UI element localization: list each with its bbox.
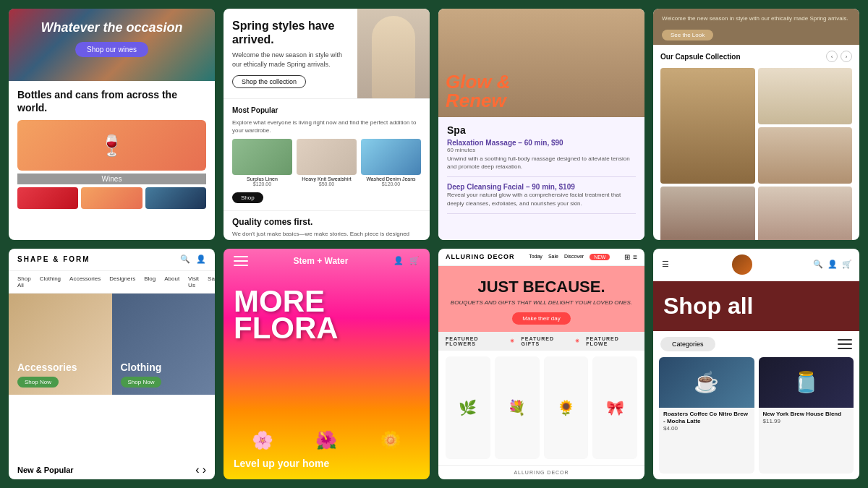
cart-icon[interactable]: 🛒 [842,260,852,270]
grid-view-icon[interactable]: ⊞ [624,253,630,261]
list-view-icon[interactable]: ≡ [633,253,637,261]
wines-row [17,187,206,209]
filter-line-1 [838,339,852,341]
menu-line-3 [234,265,248,266]
product-image-1 [232,139,292,175]
ad-header: ALLURING DECOR Today Sale Discover NEW ⊞… [438,249,644,266]
photos-grid [660,68,852,184]
filter-icon[interactable] [838,339,852,349]
make-day-button[interactable]: Make their day [512,312,570,325]
nav-accessories[interactable]: Accessories [69,275,101,288]
np-arrows: ‹ › [195,463,206,476]
capsule-photo-1 [660,68,755,184]
service-facial-name: Deep Cleansing Facial – 90 min, $109 [447,183,636,191]
service-massage-name: Relaxation Massage – 60 min, $90 [447,139,636,147]
search-icon[interactable]: 🔍 [180,254,190,265]
flower-item-1: 🌿 [446,356,490,460]
spa-model-top: Glow &Renew [438,9,644,117]
shop-button[interactable]: Shop [232,192,263,203]
sw-cart-icon[interactable]: 🛒 [409,256,420,266]
quality-text: We don't just make basics—we make storie… [232,230,421,240]
filter-line-2 [838,343,852,345]
sh-icons-right: 🔍 👤 🛒 [813,260,852,270]
level-up-text: Level up your home [224,458,430,479]
menu-icon[interactable] [234,256,248,266]
menu-hamburger-icon[interactable]: ☰ [660,260,671,270]
user-icon[interactable]: 👤 [827,260,838,270]
featured-flowers-label: FEATURED FLOWERS [446,336,504,346]
wine-hero-section: Whatever the occasion Shop our wines [9,9,215,81]
sw-logo: Stem + Water [294,256,349,266]
product-name-1: Surplus Linen [247,176,278,181]
welcome-text: Welcome the new season in style with our… [662,14,851,22]
flora-title: MORE FLORA [234,288,420,343]
arrow-right[interactable]: › [841,51,852,62]
nyb-card[interactable]: 🫙 New York Brew House Blend $11.99 [759,357,854,474]
stem-water-card: Stem + Water 👤 🛒 MORE FLORA 🌸 🌺 🌼 Level … [224,249,430,480]
search-icon[interactable]: 🔍 [813,260,823,270]
product-image-3 [361,139,421,175]
quality-section: Quality comes first. We don't just make … [224,210,430,240]
quality-title: Quality comes first. [232,217,421,227]
wine-bottles-section: Bottles and cans from across the world. … [9,81,215,240]
flower-item-4: 🎀 [592,356,637,460]
bottom-photos [660,187,852,239]
wine-mini-2 [81,187,142,209]
user-icon[interactable]: 👤 [196,254,206,265]
flower-3: 🌼 [380,430,401,450]
nitro-brew-name: Roasters Coffee Co Nitro Brew - Mocha La… [663,411,750,426]
capsule-photo-4 [660,187,755,239]
featured-gifts-label: FEATURED GIFTS [521,336,569,346]
service-massage: Relaxation Massage – 60 min, $90 60 minu… [447,139,636,177]
clothing-panel[interactable]: Clothing Shop Now [112,294,216,395]
shop-collection-button[interactable]: Shop the collection [232,75,306,88]
nav-clothing[interactable]: Clothing [40,275,61,288]
flower-2: 🌺 [315,430,337,450]
arrow-left[interactable]: ‹ [826,51,838,62]
nitro-brew-price: $4.00 [663,425,750,432]
clothing-shop-button[interactable]: Shop Now [121,377,162,388]
nav-sale[interactable]: Sale [208,275,215,288]
nav-visit[interactable]: Visit Us [188,275,199,288]
accessories-panel[interactable]: Accessories Shop Now [9,294,112,395]
product-price-3: $120.00 [382,181,400,187]
menu-line-1 [234,256,248,257]
accessories-shop-button[interactable]: Shop Now [17,377,59,388]
service-facial: Deep Cleansing Facial – 90 min, $109 Rev… [447,183,636,213]
nitro-brew-card[interactable]: ☕ Roasters Coffee Co Nitro Brew - Mocha … [659,357,754,474]
product-price-2: $50.00 [319,181,334,187]
nav-designers[interactable]: Designers [109,275,135,288]
shop-all-title: Shop all [663,293,849,320]
np-arrow-left[interactable]: ‹ [195,463,199,476]
service-facial-desc: Reveal your natural glow with a comprehe… [447,191,636,207]
flower-1: 🌸 [252,430,273,450]
nav-blog[interactable]: Blog [144,275,156,288]
see-look-button[interactable]: See the Look [662,30,713,40]
nav-sale[interactable]: Sale [548,254,558,260]
np-arrow-right[interactable]: › [203,463,206,476]
categories-button[interactable]: Categories [660,337,715,351]
nav-about[interactable]: About [164,275,179,288]
nav-shop-all[interactable]: Shop All [17,275,31,288]
nyb-info: New York Brew House Blend $11.99 [759,408,854,427]
shop-wines-button[interactable]: Shop our wines [75,42,148,57]
capsule-section: Our Capsule Collection ‹ › [653,45,859,239]
spring-title: Spring styles have arrived. [232,19,349,46]
filter-line-3 [838,348,852,349]
capsule-photo-2 [758,68,853,124]
nyb-price: $11.99 [763,418,850,424]
wine-label: Wines [17,174,206,184]
spring-subtitle: Welcome the new season in style with our… [232,51,349,69]
nav-today[interactable]: Today [529,254,542,260]
shop-all-coffee-card: ☰ 🔍 👤 🛒 Shop all Categories ☕ Roasters C… [653,249,859,480]
products-grid: Accessories Shop Now Clothing Shop Now [9,294,215,458]
nav-arrows: ‹ › [826,51,852,62]
explore-text: Explore what everyone is living right no… [232,119,421,134]
just-because-banner: JUST BECAUSE. BOUQUETS AND GIFTS THAT WI… [438,266,644,332]
sw-user-icon[interactable]: 👤 [393,256,404,266]
shop-header: ☰ 🔍 👤 🛒 [653,249,859,281]
capsule-title: Our Capsule Collection [660,53,741,61]
nav-discover[interactable]: Discover [564,254,584,260]
coffee-products-grid: ☕ Roasters Coffee Co Nitro Brew - Mocha … [653,357,859,480]
sf-icons: 🔍 👤 [180,254,206,265]
